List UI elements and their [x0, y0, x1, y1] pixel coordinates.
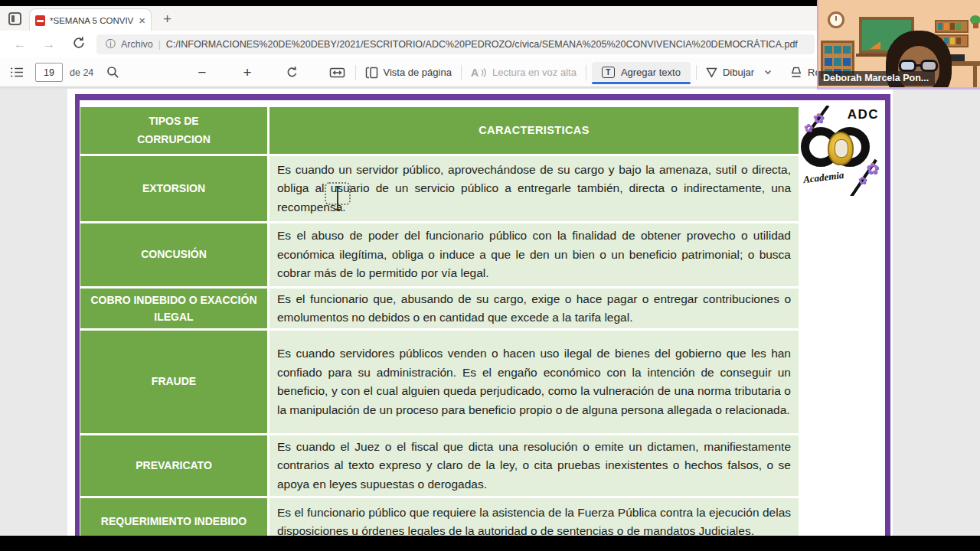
url-field[interactable]: ⓘ Archivo | C:/INFORMACIONES%20DE%20DEBY… [96, 34, 815, 54]
bookshelf-decor [935, 20, 969, 33]
page-border-left [75, 94, 80, 536]
add-text-button[interactable]: T Agregar texto [592, 62, 691, 83]
flower-icon: ✿ [858, 175, 867, 185]
logo-adc-text: ADC [848, 107, 879, 122]
row-type-cell: EXTORSION [80, 156, 267, 221]
row-text-cell: Es cuando servidores públicos venden o h… [270, 331, 799, 433]
header-caracteristicas: CARACTERISTICAS [270, 107, 799, 154]
page-number-input[interactable]: 19 [35, 63, 63, 82]
plant-decor [970, 15, 980, 24]
row-type-cell: REQUERIMIENTO INDEBIDO [80, 498, 267, 536]
row-text-cell: Es el abuso de poder del funcionario púb… [270, 223, 799, 286]
page-total-label: de 24 [70, 67, 93, 78]
rotate-icon[interactable] [286, 66, 299, 79]
toolbar-separator [586, 65, 586, 80]
corruption-table: TIPOS DE CORRUPCION CARACTERISTICAS EXTO… [80, 107, 799, 536]
row-type-cell: PREVARICATO [80, 435, 267, 496]
logo-crest [828, 132, 854, 165]
table-row: FRAUDE Es cuando servidores públicos ven… [80, 331, 799, 433]
forward-icon[interactable]: → [43, 37, 55, 52]
desk-leg-decor [973, 66, 977, 87]
page-view-label: Vista de página [384, 67, 452, 78]
triangle-decor [870, 41, 880, 49]
page-view-button[interactable]: Vista de página [361, 67, 456, 79]
zoom-in-button[interactable]: + [243, 64, 251, 81]
read-aloud-icon: A [471, 67, 479, 79]
read-aloud-button[interactable]: A Lectura en voz alta [467, 67, 580, 79]
page-border-right [885, 94, 890, 536]
flower-icon: ✿ [866, 161, 879, 176]
new-tab-button[interactable]: + [163, 11, 172, 26]
pdf-page: TIPOS DE CORRUPCION CARACTERISTICAS EXTO… [67, 89, 893, 536]
row-type-cell: FRAUDE [80, 331, 267, 433]
add-text-icon: T [602, 67, 615, 78]
webcam-video-tile[interactable]: Deborah Marcela Pon... [817, 0, 980, 90]
row-text-cell: Es cuando el Juez o el fiscal que dicta … [270, 435, 799, 496]
add-text-label: Agregar texto [621, 67, 681, 78]
read-aloud-label: Lectura en voz alta [492, 67, 577, 78]
table-row: PREVARICATO Es cuando el Juez o el fisca… [80, 435, 799, 496]
zoom-out-button[interactable]: − [198, 64, 206, 81]
glasses-bridge [916, 64, 921, 67]
fit-width-icon[interactable] [329, 67, 345, 79]
info-icon[interactable]: ⓘ [106, 37, 116, 51]
toolbar-separator [696, 65, 697, 80]
flower-icon: ✿ [804, 122, 813, 133]
text-insert-cursor[interactable] [325, 182, 351, 205]
url-scheme-label: Archivo [121, 39, 153, 50]
table-row: CONCUSIÓN Es el abuso de poder del funci… [80, 223, 799, 286]
close-tab-icon[interactable]: × [139, 15, 145, 26]
url-text: C:/INFORMACIONES%20DE%20DEBY/2021/ESCRIT… [166, 39, 798, 50]
flower-icon: ✿ [813, 112, 824, 125]
tab-title: *SEMANA 5 CONVIVENCIA DEM [50, 16, 134, 25]
chevron-down-icon [764, 70, 772, 75]
glasses-right-lens [920, 60, 938, 72]
letterbox-bottom [0, 536, 980, 551]
adc-academia-logo: ADC ✿ ✿ ✿ ✿ Academia [799, 106, 885, 196]
browser-tab[interactable]: *SEMANA 5 CONVIVENCIA DEM × [29, 8, 152, 31]
text-cursor-ibeam-icon [334, 185, 341, 211]
refresh-icon[interactable] [72, 36, 86, 53]
table-header-row: TIPOS DE CORRUPCION CARACTERISTICAS [80, 107, 799, 154]
table-row: REQUERIMIENTO INDEBIDO Es el funcionario… [80, 498, 799, 536]
tab-actions-menu-icon[interactable] [8, 12, 21, 25]
table-row: EXTORSION Es cuando un servidor público,… [80, 156, 799, 221]
page-border-top [75, 94, 890, 100]
draw-label: Dibujar [723, 67, 754, 78]
search-icon[interactable] [106, 66, 119, 79]
url-divider: | [158, 39, 161, 50]
header-tipos: TIPOS DE CORRUPCION [80, 107, 267, 154]
logo-academia-text: Academia [802, 169, 844, 186]
draw-button[interactable]: Dibujar [702, 67, 776, 78]
row-type-cell: COBRO INDEBIDO O EXACCIÓN ILEGAL [80, 289, 267, 328]
back-icon[interactable]: ← [14, 37, 26, 52]
row-type-cell: CONCUSIÓN [80, 223, 267, 286]
header-tipos-line2: CORRUPCION [137, 134, 211, 145]
glasses-left-lens [899, 60, 916, 72]
row-text-cell: Es el funcionario que, abusando de su ca… [270, 289, 799, 328]
table-of-contents-icon[interactable] [10, 67, 24, 78]
clock-decor [828, 11, 844, 28]
table-row: COBRO INDEBIDO O EXACCIÓN ILEGAL Es el f… [80, 289, 799, 328]
toolbar-separator [461, 65, 462, 80]
header-tipos-line1: TIPOS DE [149, 116, 198, 127]
pdf-file-icon [35, 15, 45, 26]
row-text-cell: Es el funcionario público que requiere l… [270, 498, 799, 536]
toolbar-separator [355, 65, 356, 80]
screen: *SEMANA 5 CONVIVENCIA DEM × + ← → ⓘ Arch… [0, 0, 980, 551]
participant-name-label: Deborah Marcela Pon... [818, 71, 935, 86]
